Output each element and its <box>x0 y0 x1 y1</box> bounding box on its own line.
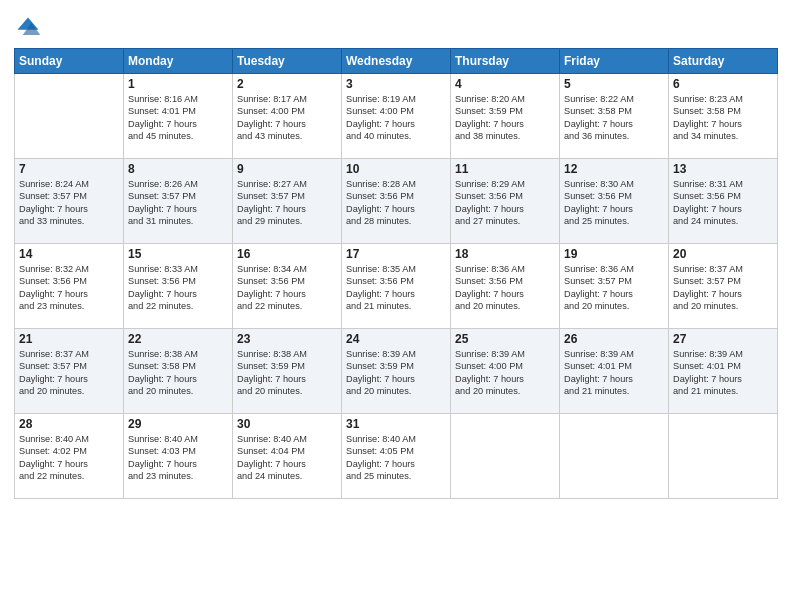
week-row-0: 1Sunrise: 8:16 AMSunset: 4:01 PMDaylight… <box>15 74 778 159</box>
cell-content: Sunrise: 8:22 AMSunset: 3:58 PMDaylight:… <box>564 93 664 143</box>
calendar-cell: 28Sunrise: 8:40 AMSunset: 4:02 PMDayligh… <box>15 414 124 499</box>
cell-content: Sunrise: 8:27 AMSunset: 3:57 PMDaylight:… <box>237 178 337 228</box>
day-number: 25 <box>455 332 555 346</box>
cell-content: Sunrise: 8:33 AMSunset: 3:56 PMDaylight:… <box>128 263 228 313</box>
calendar-cell <box>451 414 560 499</box>
day-number: 29 <box>128 417 228 431</box>
day-number: 17 <box>346 247 446 261</box>
day-number: 22 <box>128 332 228 346</box>
header-day-saturday: Saturday <box>669 49 778 74</box>
day-number: 3 <box>346 77 446 91</box>
cell-content: Sunrise: 8:40 AMSunset: 4:03 PMDaylight:… <box>128 433 228 483</box>
cell-content: Sunrise: 8:37 AMSunset: 3:57 PMDaylight:… <box>673 263 773 313</box>
header-day-friday: Friday <box>560 49 669 74</box>
cell-content: Sunrise: 8:17 AMSunset: 4:00 PMDaylight:… <box>237 93 337 143</box>
day-number: 21 <box>19 332 119 346</box>
calendar-cell: 27Sunrise: 8:39 AMSunset: 4:01 PMDayligh… <box>669 329 778 414</box>
cell-content: Sunrise: 8:38 AMSunset: 3:59 PMDaylight:… <box>237 348 337 398</box>
cell-content: Sunrise: 8:19 AMSunset: 4:00 PMDaylight:… <box>346 93 446 143</box>
header-day-sunday: Sunday <box>15 49 124 74</box>
day-number: 28 <box>19 417 119 431</box>
logo <box>14 14 46 42</box>
cell-content: Sunrise: 8:37 AMSunset: 3:57 PMDaylight:… <box>19 348 119 398</box>
cell-content: Sunrise: 8:34 AMSunset: 3:56 PMDaylight:… <box>237 263 337 313</box>
calendar-cell: 2Sunrise: 8:17 AMSunset: 4:00 PMDaylight… <box>233 74 342 159</box>
calendar-cell <box>15 74 124 159</box>
calendar-cell: 11Sunrise: 8:29 AMSunset: 3:56 PMDayligh… <box>451 159 560 244</box>
calendar-cell: 7Sunrise: 8:24 AMSunset: 3:57 PMDaylight… <box>15 159 124 244</box>
cell-content: Sunrise: 8:23 AMSunset: 3:58 PMDaylight:… <box>673 93 773 143</box>
day-number: 27 <box>673 332 773 346</box>
cell-content: Sunrise: 8:35 AMSunset: 3:56 PMDaylight:… <box>346 263 446 313</box>
cell-content: Sunrise: 8:16 AMSunset: 4:01 PMDaylight:… <box>128 93 228 143</box>
day-number: 15 <box>128 247 228 261</box>
calendar-cell: 31Sunrise: 8:40 AMSunset: 4:05 PMDayligh… <box>342 414 451 499</box>
cell-content: Sunrise: 8:36 AMSunset: 3:56 PMDaylight:… <box>455 263 555 313</box>
day-number: 31 <box>346 417 446 431</box>
cell-content: Sunrise: 8:40 AMSunset: 4:05 PMDaylight:… <box>346 433 446 483</box>
day-number: 30 <box>237 417 337 431</box>
cell-content: Sunrise: 8:26 AMSunset: 3:57 PMDaylight:… <box>128 178 228 228</box>
calendar-header: SundayMondayTuesdayWednesdayThursdayFrid… <box>15 49 778 74</box>
header-row: SundayMondayTuesdayWednesdayThursdayFrid… <box>15 49 778 74</box>
calendar-cell <box>669 414 778 499</box>
header <box>14 10 778 42</box>
logo-icon <box>14 14 42 42</box>
day-number: 4 <box>455 77 555 91</box>
day-number: 23 <box>237 332 337 346</box>
cell-content: Sunrise: 8:39 AMSunset: 4:01 PMDaylight:… <box>673 348 773 398</box>
calendar-cell: 9Sunrise: 8:27 AMSunset: 3:57 PMDaylight… <box>233 159 342 244</box>
calendar-cell: 17Sunrise: 8:35 AMSunset: 3:56 PMDayligh… <box>342 244 451 329</box>
calendar-cell: 19Sunrise: 8:36 AMSunset: 3:57 PMDayligh… <box>560 244 669 329</box>
day-number: 24 <box>346 332 446 346</box>
calendar-cell: 29Sunrise: 8:40 AMSunset: 4:03 PMDayligh… <box>124 414 233 499</box>
calendar-cell: 15Sunrise: 8:33 AMSunset: 3:56 PMDayligh… <box>124 244 233 329</box>
day-number: 6 <box>673 77 773 91</box>
day-number: 1 <box>128 77 228 91</box>
cell-content: Sunrise: 8:39 AMSunset: 3:59 PMDaylight:… <box>346 348 446 398</box>
cell-content: Sunrise: 8:30 AMSunset: 3:56 PMDaylight:… <box>564 178 664 228</box>
calendar-cell: 22Sunrise: 8:38 AMSunset: 3:58 PMDayligh… <box>124 329 233 414</box>
calendar-cell: 10Sunrise: 8:28 AMSunset: 3:56 PMDayligh… <box>342 159 451 244</box>
calendar-cell <box>560 414 669 499</box>
cell-content: Sunrise: 8:24 AMSunset: 3:57 PMDaylight:… <box>19 178 119 228</box>
calendar-cell: 25Sunrise: 8:39 AMSunset: 4:00 PMDayligh… <box>451 329 560 414</box>
cell-content: Sunrise: 8:39 AMSunset: 4:01 PMDaylight:… <box>564 348 664 398</box>
day-number: 26 <box>564 332 664 346</box>
week-row-4: 28Sunrise: 8:40 AMSunset: 4:02 PMDayligh… <box>15 414 778 499</box>
header-day-wednesday: Wednesday <box>342 49 451 74</box>
header-day-tuesday: Tuesday <box>233 49 342 74</box>
calendar-cell: 24Sunrise: 8:39 AMSunset: 3:59 PMDayligh… <box>342 329 451 414</box>
calendar-cell: 26Sunrise: 8:39 AMSunset: 4:01 PMDayligh… <box>560 329 669 414</box>
day-number: 14 <box>19 247 119 261</box>
day-number: 8 <box>128 162 228 176</box>
cell-content: Sunrise: 8:29 AMSunset: 3:56 PMDaylight:… <box>455 178 555 228</box>
calendar-cell: 5Sunrise: 8:22 AMSunset: 3:58 PMDaylight… <box>560 74 669 159</box>
header-day-thursday: Thursday <box>451 49 560 74</box>
day-number: 9 <box>237 162 337 176</box>
calendar-cell: 21Sunrise: 8:37 AMSunset: 3:57 PMDayligh… <box>15 329 124 414</box>
calendar-cell: 4Sunrise: 8:20 AMSunset: 3:59 PMDaylight… <box>451 74 560 159</box>
day-number: 19 <box>564 247 664 261</box>
cell-content: Sunrise: 8:32 AMSunset: 3:56 PMDaylight:… <box>19 263 119 313</box>
day-number: 2 <box>237 77 337 91</box>
cell-content: Sunrise: 8:40 AMSunset: 4:04 PMDaylight:… <box>237 433 337 483</box>
header-day-monday: Monday <box>124 49 233 74</box>
cell-content: Sunrise: 8:31 AMSunset: 3:56 PMDaylight:… <box>673 178 773 228</box>
calendar-cell: 16Sunrise: 8:34 AMSunset: 3:56 PMDayligh… <box>233 244 342 329</box>
calendar-cell: 12Sunrise: 8:30 AMSunset: 3:56 PMDayligh… <box>560 159 669 244</box>
calendar-cell: 13Sunrise: 8:31 AMSunset: 3:56 PMDayligh… <box>669 159 778 244</box>
calendar-cell: 23Sunrise: 8:38 AMSunset: 3:59 PMDayligh… <box>233 329 342 414</box>
cell-content: Sunrise: 8:38 AMSunset: 3:58 PMDaylight:… <box>128 348 228 398</box>
calendar-cell: 18Sunrise: 8:36 AMSunset: 3:56 PMDayligh… <box>451 244 560 329</box>
week-row-3: 21Sunrise: 8:37 AMSunset: 3:57 PMDayligh… <box>15 329 778 414</box>
calendar-cell: 1Sunrise: 8:16 AMSunset: 4:01 PMDaylight… <box>124 74 233 159</box>
day-number: 18 <box>455 247 555 261</box>
cell-content: Sunrise: 8:28 AMSunset: 3:56 PMDaylight:… <box>346 178 446 228</box>
calendar-cell: 6Sunrise: 8:23 AMSunset: 3:58 PMDaylight… <box>669 74 778 159</box>
page: SundayMondayTuesdayWednesdayThursdayFrid… <box>0 0 792 612</box>
cell-content: Sunrise: 8:20 AMSunset: 3:59 PMDaylight:… <box>455 93 555 143</box>
calendar-table: SundayMondayTuesdayWednesdayThursdayFrid… <box>14 48 778 499</box>
day-number: 7 <box>19 162 119 176</box>
day-number: 5 <box>564 77 664 91</box>
